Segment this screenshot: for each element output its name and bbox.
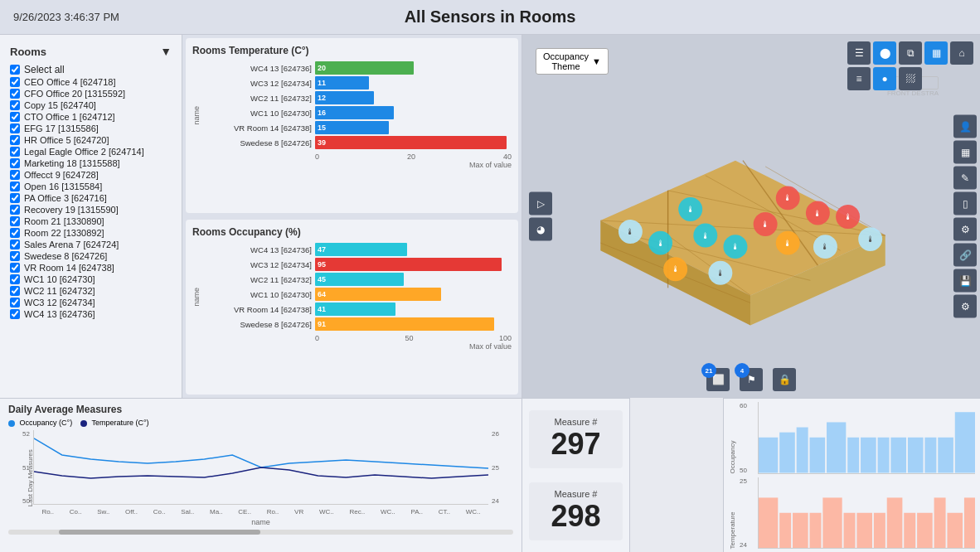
bottom-indicators: ⬜ 21 ⚑ 4 🔒 bbox=[706, 368, 796, 391]
room-checkbox[interactable] bbox=[10, 135, 20, 145]
room-item[interactable]: Recovery 19 [1315590] bbox=[7, 204, 175, 215]
room-checkbox[interactable] bbox=[10, 158, 20, 168]
room-item[interactable]: CEO Office 4 [624718] bbox=[7, 76, 175, 88]
room-checkbox[interactable] bbox=[10, 170, 20, 180]
svg-rect-47 bbox=[861, 438, 876, 473]
chevron-down-icon[interactable]: ▼ bbox=[160, 45, 172, 58]
filter-icon[interactable]: ⛆ bbox=[899, 67, 922, 90]
settings3-icon[interactable]: ⚙ bbox=[953, 218, 977, 241]
room-item[interactable]: Swedese 8 [624726] bbox=[7, 250, 175, 262]
room-item[interactable]: Legal Eagle Office 2 [624714] bbox=[7, 146, 175, 157]
room-checkbox[interactable] bbox=[10, 112, 20, 122]
line-chart-svg bbox=[34, 430, 488, 496]
expand-icon[interactable]: ≡ bbox=[847, 67, 871, 90]
room-checkbox[interactable] bbox=[10, 240, 20, 249]
temp-y-axis-mini: 25 24 bbox=[740, 477, 754, 550]
y-axis-left: 52 51 50 bbox=[8, 430, 33, 505]
room-checkbox[interactable] bbox=[10, 147, 20, 157]
copy-icon[interactable]: ⧉ bbox=[899, 41, 922, 65]
select-all-checkbox[interactable] bbox=[10, 65, 20, 75]
room-checkbox[interactable] bbox=[10, 123, 20, 133]
scrollbar-x[interactable] bbox=[8, 530, 513, 535]
room-item[interactable]: Open 16 [1315584] bbox=[7, 181, 175, 192]
dot-icon[interactable]: ● bbox=[873, 67, 896, 90]
bar-label: WC3 12 [624734] bbox=[204, 79, 312, 88]
room-item[interactable]: WC2 11 [624732] bbox=[7, 285, 175, 297]
bar-container: 47 bbox=[315, 243, 512, 256]
svg-rect-58 bbox=[822, 497, 842, 548]
svg-rect-56 bbox=[793, 512, 808, 548]
room-checkbox[interactable] bbox=[10, 309, 20, 319]
room-label: WC4 13 [624736] bbox=[24, 309, 95, 319]
room-item[interactable]: WC3 12 [624734] bbox=[7, 297, 175, 308]
room-item[interactable]: Room 21 [1330890] bbox=[7, 215, 175, 227]
select-all-item[interactable]: Select all bbox=[7, 63, 175, 76]
badge-4: 4 bbox=[735, 363, 750, 378]
room-item[interactable]: CFO Office 20 [1315592] bbox=[7, 88, 175, 99]
room-checkbox[interactable] bbox=[10, 100, 20, 110]
room-checkbox[interactable] bbox=[10, 251, 20, 261]
room-item[interactable]: Marketing 18 [1315588] bbox=[7, 157, 175, 169]
circle-icon[interactable]: ⬤ bbox=[873, 41, 896, 65]
room-checkbox[interactable] bbox=[10, 298, 20, 307]
room-checkbox[interactable] bbox=[10, 193, 20, 203]
room-item[interactable]: PA Office 3 [624716] bbox=[7, 192, 175, 204]
temp-y-axis-label: name bbox=[192, 106, 201, 125]
room-checkbox[interactable] bbox=[10, 89, 20, 99]
broadcast-icon[interactable]: ◕ bbox=[529, 218, 552, 241]
svg-text:🌡: 🌡 bbox=[731, 242, 740, 251]
room-checkbox[interactable] bbox=[10, 286, 20, 296]
gear2-icon[interactable]: ⚙ bbox=[953, 295, 977, 318]
temp-chart-title: Rooms Temperature (C°) bbox=[192, 45, 512, 56]
layers3-icon[interactable]: ▯ bbox=[953, 192, 977, 215]
indicator-3[interactable]: 🔒 bbox=[773, 368, 796, 391]
indicator-1[interactable]: ⬜ 21 bbox=[706, 368, 730, 391]
room-item[interactable]: Room 22 [1330892] bbox=[7, 227, 175, 239]
bar-row: WC4 13 [624736] 47 bbox=[204, 243, 512, 256]
measure-1-value: 297 bbox=[546, 427, 606, 462]
room-item[interactable]: HR Office 5 [624720] bbox=[7, 134, 175, 146]
room-item[interactable]: Copy 15 [624740] bbox=[7, 99, 175, 111]
room-label: Swedese 8 [624726] bbox=[24, 251, 107, 261]
svg-rect-50 bbox=[908, 438, 924, 473]
scrollbar-thumb bbox=[59, 530, 261, 535]
temp-axis-label: Max of value bbox=[204, 161, 512, 169]
room-checkbox[interactable] bbox=[10, 205, 20, 215]
save2-icon[interactable]: 💾 bbox=[953, 269, 977, 293]
room-item[interactable]: VR Room 14 [624738] bbox=[7, 262, 175, 274]
bar: 91 bbox=[315, 317, 494, 331]
layers-icon[interactable]: ☰ bbox=[847, 41, 871, 65]
room-checkbox[interactable] bbox=[10, 216, 20, 226]
room-checkbox[interactable] bbox=[10, 228, 20, 238]
room-item[interactable]: Sales Arena 7 [624724] bbox=[7, 239, 175, 250]
x-label: Ma.. bbox=[210, 508, 223, 516]
svg-rect-54 bbox=[759, 497, 778, 548]
home-icon[interactable]: ⌂ bbox=[950, 41, 973, 65]
x-label: Off.. bbox=[125, 508, 138, 516]
room-checkbox[interactable] bbox=[10, 77, 20, 87]
nav-icon[interactable]: ▷ bbox=[529, 192, 552, 215]
grid-icon[interactable]: ▦ bbox=[924, 41, 948, 65]
occ-bar-chart: WC4 13 [624736] 47 WC3 12 [624734] 95 WC… bbox=[204, 243, 512, 331]
person-icon[interactable]: 👤 bbox=[953, 115, 977, 138]
occupancy-mini-label: Occupancy bbox=[729, 402, 736, 474]
bar: 20 bbox=[315, 61, 414, 75]
link2-icon[interactable]: 🔗 bbox=[953, 244, 977, 267]
room-checkbox[interactable] bbox=[10, 274, 20, 284]
pencil-icon[interactable]: ✎ bbox=[953, 167, 977, 190]
svg-rect-65 bbox=[934, 497, 946, 548]
room-checkbox[interactable] bbox=[10, 263, 20, 273]
measure-card-1: Measure # 297 bbox=[529, 410, 623, 468]
x-label: Sal.. bbox=[181, 508, 194, 516]
room-checkbox[interactable] bbox=[10, 182, 20, 191]
theme-dropdown[interactable]: Occupancy Theme ▼ bbox=[536, 48, 609, 75]
camera-icon[interactable]: ▦ bbox=[953, 141, 977, 164]
bar-row: VR Room 14 [624738] 15 bbox=[204, 121, 512, 134]
room-item[interactable]: WC4 13 [624736] bbox=[7, 308, 175, 320]
room-item[interactable]: Offecct 9 [624728] bbox=[7, 169, 175, 181]
room-item[interactable]: WC1 10 [624730] bbox=[7, 274, 175, 285]
indicator-2[interactable]: ⚑ 4 bbox=[740, 368, 763, 391]
room-item[interactable]: CTO Office 1 [624712] bbox=[7, 111, 175, 123]
room-item[interactable]: EFG 17 [1315586] bbox=[7, 123, 175, 134]
x-label: WC.. bbox=[319, 508, 334, 516]
